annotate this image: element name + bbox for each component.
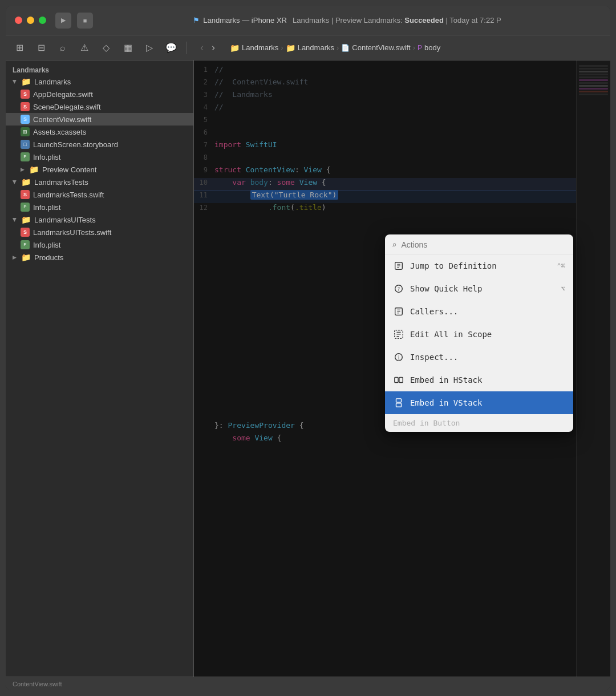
sidebar-item-products[interactable]: ▶ 📁 Products — [6, 251, 193, 264]
status-bar-text: ContentView.swift — [13, 681, 62, 687]
sidebar-item-landmarks[interactable]: ▶ 📁 Landmarks — [6, 75, 193, 88]
menu-item-callers[interactable]: Callers... — [385, 300, 573, 323]
sidebar-item-label: SceneDelegate.swift — [33, 103, 101, 111]
breadcrumb-landmarks-2[interactable]: 📁 Landmarks — [286, 43, 334, 52]
grid-icon[interactable]: ▦ — [121, 42, 135, 53]
main-content: Landmarks ▶ 📁 Landmarks S AppDelegate.sw… — [6, 60, 610, 677]
sidebar-item-contentview[interactable]: S ContentView.swift — [6, 113, 193, 126]
svg-text:i: i — [398, 355, 400, 361]
embed-button-label: Embed in Button — [393, 419, 460, 427]
breadcrumb: 📁 Landmarks › 📁 Landmarks › 📄 ContentVie… — [230, 43, 440, 52]
menu-item-label: Show Quick Help — [410, 284, 556, 293]
triangle-icon: ▶ — [12, 180, 18, 184]
jump-svg — [394, 261, 404, 271]
hierarchy-icon[interactable]: ⊟ — [34, 42, 48, 53]
sidebar-item-landmarksuitests[interactable]: ▶ 📁 LandmarksUITests — [6, 213, 193, 226]
svg-rect-10 — [396, 403, 402, 407]
breadcrumb-landmarks[interactable]: 📁 Landmarks — [230, 43, 278, 52]
sidebar-item-scenedelegate[interactable]: S SceneDelegate.swift — [6, 100, 193, 113]
svg-rect-8 — [399, 378, 403, 383]
jump-icon — [393, 260, 404, 272]
svg-text:?: ? — [398, 286, 400, 292]
nav-forward-icon[interactable]: › — [208, 41, 218, 55]
menu-item-embed-button-partial[interactable]: Embed in Button — [385, 414, 573, 432]
sidebar-item-label: LandmarksTests — [34, 178, 88, 187]
menu-item-label: Inspect... — [410, 353, 565, 362]
sidebar-item-label: LandmarksUITests — [34, 216, 96, 224]
plist-icon: P — [21, 240, 30, 249]
close-button[interactable] — [15, 17, 22, 24]
titlebar-center: ⚑ Landmarks — iPhone XR Landmarks | Prev… — [93, 16, 601, 25]
menu-item-embed-hstack[interactable]: Embed in HStack — [385, 369, 573, 391]
inspect-svg: i — [394, 352, 404, 362]
play-small-icon[interactable]: ▷ — [143, 42, 156, 53]
sidebar-item-label: Info.plist — [33, 203, 60, 212]
menu-search-input[interactable] — [401, 240, 566, 249]
breadcrumb-body[interactable]: P body — [418, 43, 440, 52]
comment-icon[interactable]: 💬 — [164, 42, 178, 53]
folder-icon: 📁 — [21, 215, 31, 224]
folder-icon: 📁 — [230, 43, 240, 52]
sidebar-item-label: Assets.xcassets — [33, 128, 86, 136]
menu-item-show-quick-help[interactable]: ? Show Quick Help ⌥ — [385, 277, 573, 300]
menu-item-inspect[interactable]: i Inspect... — [385, 346, 573, 369]
struct-icon: P — [418, 44, 422, 52]
play-button[interactable]: ▶ — [55, 13, 71, 29]
storyboard-icon: □ — [21, 140, 30, 149]
breadcrumb-label-1: Landmarks — [242, 43, 278, 52]
sidebar-root-label: Landmarks — [6, 64, 193, 75]
sidebar-item-landmarkstests[interactable]: ▶ 📁 LandmarksTests — [6, 176, 193, 188]
nav-back-icon[interactable]: ‹ — [197, 41, 207, 55]
sidebar-item-label: AppDelegate.swift — [33, 90, 93, 99]
folder-gray-icon: 📁 — [21, 253, 31, 262]
stop-button[interactable]: ■ — [77, 13, 93, 29]
sidebar-item-label: Info.plist — [33, 241, 60, 249]
sidebar: Landmarks ▶ 📁 Landmarks S AppDelegate.sw… — [6, 60, 194, 677]
status-success: Succeeded — [404, 16, 444, 25]
editor[interactable]: 1 // 2 // ContentView.swift 3 // Landmar… — [194, 60, 610, 677]
status-text: Landmarks | Preview Landmarks: Succeeded… — [293, 16, 501, 25]
triangle-icon: ▶ — [21, 167, 25, 172]
sidebar-item-launchscreen[interactable]: □ LaunchScreen.storyboard — [6, 138, 193, 151]
swift-icon: S — [21, 102, 30, 111]
minimize-button[interactable] — [27, 17, 34, 24]
sidebar-item-appdelegate[interactable]: S AppDelegate.swift — [6, 88, 193, 100]
sidebar-toggle-icon[interactable]: ⊞ — [13, 42, 26, 53]
hstack-svg — [394, 375, 404, 385]
sidebar-item-info-plist-3[interactable]: P Info.plist — [6, 238, 193, 251]
context-menu: ⌕ Jump to Definition ⌃⌘ — [385, 234, 573, 432]
triangle-icon: ▶ — [13, 254, 17, 260]
search-icon[interactable]: ⌕ — [56, 43, 70, 53]
vstack-svg — [394, 398, 404, 408]
sidebar-item-landmarksuitests-swift[interactable]: S LandmarksUITests.swift — [6, 226, 193, 238]
warning-icon[interactable]: ⚠ — [78, 42, 91, 53]
sidebar-item-info-plist-2[interactable]: P Info.plist — [6, 201, 193, 213]
callers-svg — [394, 306, 404, 317]
diamond-icon[interactable]: ◇ — [99, 42, 113, 53]
sidebar-item-preview-content[interactable]: ▶ 📁 Preview Content — [6, 163, 193, 176]
callers-icon — [393, 306, 404, 317]
sidebar-item-landmarkstests-swift[interactable]: S LandmarksTests.swift — [6, 188, 193, 201]
project-name: Landmarks — iPhone XR — [203, 16, 287, 25]
vstack-icon — [393, 397, 404, 408]
menu-item-shortcut: ⌃⌘ — [557, 262, 565, 270]
swift-icon: S — [21, 190, 30, 199]
menu-item-label: Embed in HStack — [410, 375, 565, 385]
swift-icon: S — [21, 90, 30, 99]
sidebar-item-label: Info.plist — [33, 153, 60, 161]
breadcrumb-label-4: body — [424, 43, 440, 52]
search-icon: ⌕ — [392, 240, 396, 249]
toolbar: ⊞ ⊟ ⌕ ⚠ ◇ ▦ ▷ 💬 ‹ › 📁 Landmarks › 📁 Land… — [6, 35, 610, 60]
menu-item-edit-all-in-scope[interactable]: Edit All in Scope — [385, 323, 573, 346]
triangle-icon: ▶ — [12, 80, 18, 84]
titlebar: ▶ ■ ⚑ Landmarks — iPhone XR Landmarks | … — [6, 6, 610, 35]
maximize-button[interactable] — [39, 17, 46, 24]
folder-icon: 📁 — [21, 77, 31, 86]
sidebar-item-info-plist-1[interactable]: P Info.plist — [6, 151, 193, 163]
menu-search: ⌕ — [385, 234, 573, 254]
menu-item-jump-to-definition[interactable]: Jump to Definition ⌃⌘ — [385, 254, 573, 277]
menu-item-embed-vstack[interactable]: Embed in VStack — [385, 391, 573, 414]
sidebar-item-assets[interactable]: ⊞ Assets.xcassets — [6, 126, 193, 138]
main-window: ▶ ■ ⚑ Landmarks — iPhone XR Landmarks | … — [6, 6, 610, 690]
breadcrumb-contentview[interactable]: 📄 ContentView.swift — [341, 43, 410, 52]
